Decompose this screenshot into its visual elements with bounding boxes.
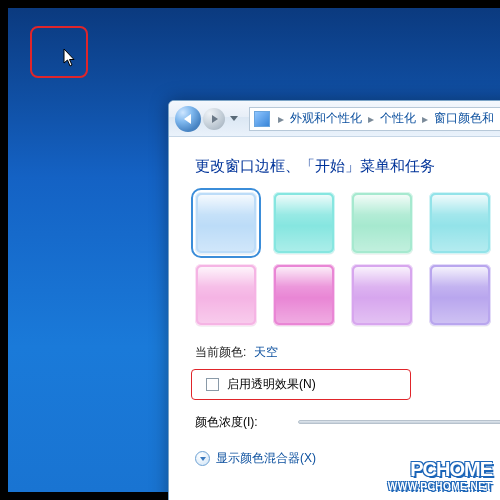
back-button[interactable] xyxy=(175,106,201,132)
color-swatch-magenta[interactable] xyxy=(273,264,335,326)
address-bar[interactable]: ▸ 外观和个性化 ▸ 个性化 ▸ 窗口颜色和 xyxy=(249,107,500,131)
breadcrumb-sep: ▸ xyxy=(364,112,378,126)
window-color-settings: ▸ 外观和个性化 ▸ 个性化 ▸ 窗口颜色和 更改窗口边框、「开始」菜单和任务 … xyxy=(168,100,500,500)
breadcrumb-personalization[interactable]: 个性化 xyxy=(378,110,418,127)
intensity-row: 颜色浓度(I): xyxy=(195,412,500,432)
color-swatch-teal[interactable] xyxy=(273,192,335,254)
watermark-brand: PCHOME xyxy=(388,458,492,481)
breadcrumb-appearance[interactable]: 外观和个性化 xyxy=(288,110,364,127)
desktop-background: ▸ 外观和个性化 ▸ 个性化 ▸ 窗口颜色和 更改窗口边框、「开始」菜单和任务 … xyxy=(8,8,500,492)
color-swatch-lavender[interactable] xyxy=(351,264,413,326)
nav-history-dropdown[interactable] xyxy=(227,108,241,130)
transparency-label[interactable]: 启用透明效果(N) xyxy=(227,376,316,393)
cursor-icon xyxy=(63,48,77,68)
window-titlebar: ▸ 外观和个性化 ▸ 个性化 ▸ 窗口颜色和 xyxy=(169,101,500,137)
annotation-highlight-top xyxy=(30,26,88,78)
breadcrumb-window-color[interactable]: 窗口颜色和 xyxy=(432,110,496,127)
chevron-down-icon xyxy=(230,116,238,121)
window-content: 更改窗口边框、「开始」菜单和任务 当前颜色: 天空 启用透明效果(N) 颜色浓度… xyxy=(169,137,500,477)
page-title: 更改窗口边框、「开始」菜单和任务 xyxy=(195,157,500,176)
current-color-label: 当前颜色: xyxy=(195,344,246,361)
breadcrumb-sep: ▸ xyxy=(418,112,432,126)
color-swatch-mint[interactable] xyxy=(351,192,413,254)
color-swatch-violet[interactable] xyxy=(429,264,491,326)
personalization-icon xyxy=(254,111,270,127)
transparency-row-highlight: 启用透明效果(N) xyxy=(191,369,411,400)
watermark-url: WWW.PCHOME.NET xyxy=(388,481,492,492)
expander-icon xyxy=(195,451,210,466)
mixer-label: 显示颜色混合器(X) xyxy=(216,450,316,467)
color-swatch-sky[interactable] xyxy=(195,192,257,254)
arrow-right-icon xyxy=(212,115,218,123)
color-swatch-pink[interactable] xyxy=(195,264,257,326)
watermark: PCHOME WWW.PCHOME.NET xyxy=(388,458,492,492)
intensity-slider[interactable] xyxy=(298,412,500,432)
arrow-left-icon xyxy=(184,114,191,124)
color-swatch-grid xyxy=(195,192,500,326)
intensity-label: 颜色浓度(I): xyxy=(195,414,258,431)
current-color-value: 天空 xyxy=(254,344,278,361)
transparency-checkbox[interactable] xyxy=(206,378,219,391)
forward-button[interactable] xyxy=(203,108,225,130)
color-swatch-aqua[interactable] xyxy=(429,192,491,254)
breadcrumb-sep: ▸ xyxy=(274,112,288,126)
current-color-row: 当前颜色: 天空 xyxy=(195,344,500,361)
slider-track xyxy=(298,420,500,424)
chevron-down-icon xyxy=(200,457,206,461)
